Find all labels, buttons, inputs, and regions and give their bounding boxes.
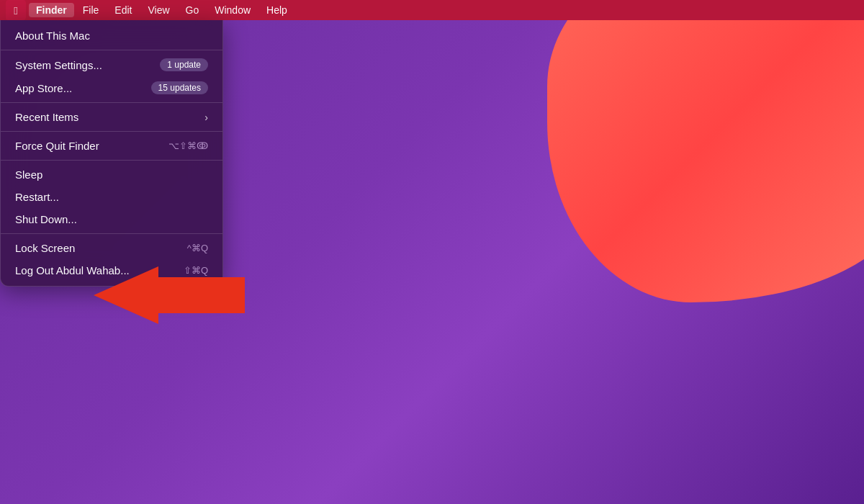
menubar-edit[interactable]: Edit [107, 3, 139, 17]
menu-item-logout[interactable]: Log Out Abdul Wahab... ⇧⌘Q [1, 259, 222, 282]
menu-item-lock-screen-label: Lock Screen [15, 242, 75, 254]
menubar-view[interactable]: View [140, 3, 176, 17]
logout-shortcut: ⇧⌘Q [184, 265, 208, 276]
menu-item-shutdown[interactable]: Shut Down... [1, 208, 222, 230]
force-quit-shortcut: ⌥⇧⌘ↂ [168, 140, 208, 151]
separator-5 [1, 233, 222, 234]
desktop:  Finder File Edit View Go Window Help A… [0, 0, 864, 504]
separator-4 [1, 160, 222, 161]
menu-item-lock-screen[interactable]: Lock Screen ^⌘Q [1, 237, 222, 259]
menu-item-sleep-label: Sleep [15, 168, 42, 181]
menu-item-recent-items[interactable]: Recent Items › [1, 106, 222, 128]
system-settings-badge: 1 update [160, 58, 208, 71]
menu-item-sleep[interactable]: Sleep [1, 163, 222, 186]
separator-3 [1, 131, 222, 132]
menubar-help[interactable]: Help [259, 3, 294, 17]
menu-item-shutdown-label: Shut Down... [15, 213, 77, 225]
menu-item-about-label: About This Mac [15, 30, 90, 42]
menubar-go[interactable]: Go [179, 3, 207, 17]
menu-item-restart[interactable]: Restart... [1, 186, 222, 208]
menu-item-system-settings-label: System Settings... [15, 59, 102, 71]
apple-menu-button[interactable]:  [6, 0, 26, 20]
menu-item-restart-label: Restart... [15, 191, 59, 203]
menu-item-recent-items-label: Recent Items [15, 111, 78, 123]
app-store-badge: 15 updates [151, 81, 208, 94]
menu-item-logout-label: Log Out Abdul Wahab... [15, 264, 130, 276]
menu-item-system-settings[interactable]: System Settings... 1 update [1, 53, 222, 76]
separator-1 [1, 50, 222, 50]
lock-screen-shortcut: ^⌘Q [187, 243, 208, 253]
menu-item-force-quit-label: Force Quit Finder [15, 140, 99, 152]
menubar-window[interactable]: Window [207, 3, 258, 17]
recent-items-arrow-icon: › [204, 112, 208, 123]
desktop-blob [547, 0, 864, 302]
menu-item-app-store-label: App Store... [15, 82, 72, 94]
menu-item-app-store[interactable]: App Store... 15 updates [1, 76, 222, 99]
menubar:  Finder File Edit View Go Window Help [0, 0, 864, 20]
menubar-finder[interactable]: Finder [29, 3, 74, 17]
separator-2 [1, 102, 222, 103]
apple-dropdown-menu: About This Mac System Settings... 1 upda… [0, 20, 223, 287]
menubar-items: Finder File Edit View Go Window Help [29, 3, 294, 17]
menubar-file[interactable]: File [76, 3, 107, 17]
menu-item-force-quit[interactable]: Force Quit Finder ⌥⇧⌘ↂ [1, 135, 222, 157]
apple-icon:  [14, 4, 17, 17]
menu-item-about[interactable]: About This Mac [1, 24, 222, 47]
